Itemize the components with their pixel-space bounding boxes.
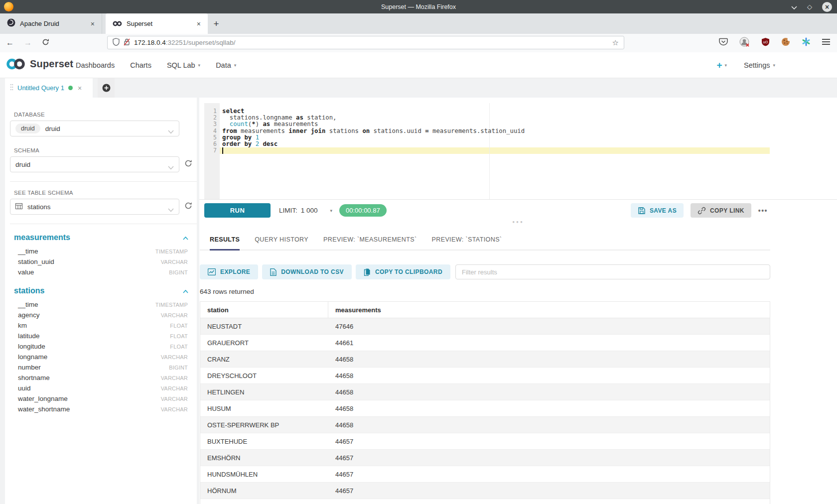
copy-clipboard-button[interactable]: COPY TO CLIPBOARD bbox=[356, 264, 450, 279]
query-tab-close-icon[interactable]: × bbox=[78, 84, 82, 92]
query-status-dot bbox=[68, 86, 73, 90]
settings-menu[interactable]: Settings▾ bbox=[744, 61, 775, 69]
nav-charts[interactable]: Charts bbox=[130, 61, 151, 69]
query-tab-untitled-query-1[interactable]: Untitled Query 1 × bbox=[5, 78, 93, 98]
column-name: uuid bbox=[18, 384, 161, 392]
schema-label: SCHEMA bbox=[14, 147, 197, 153]
forward-icon[interactable]: → bbox=[24, 38, 32, 47]
table-name: measurements bbox=[14, 233, 183, 242]
table-cell: HUNDSMÜHLEN bbox=[200, 466, 328, 482]
extension-icon[interactable] bbox=[802, 37, 811, 48]
cookie-icon[interactable] bbox=[781, 37, 790, 48]
refresh-schema-icon[interactable] bbox=[184, 159, 192, 169]
tab-close-icon[interactable]: × bbox=[196, 20, 202, 28]
browser-tab-apache-druid[interactable]: Apache Druid × bbox=[0, 13, 102, 34]
table-header-stations[interactable]: stations bbox=[14, 286, 188, 295]
download-csv-button[interactable]: DOWNLOAD TO CSV bbox=[262, 264, 352, 279]
table-row: HUNDSMÜHLEN44657 bbox=[200, 466, 770, 483]
back-icon[interactable]: ← bbox=[6, 38, 14, 47]
column-name: agency bbox=[18, 311, 161, 319]
column-type: VARCHAR bbox=[161, 259, 188, 265]
table-grid-icon bbox=[15, 202, 22, 211]
new-tab-button[interactable]: + bbox=[208, 13, 225, 34]
browser-tab-superset[interactable]: Superset × bbox=[106, 13, 208, 34]
nav-dashboards[interactable]: Dashboards bbox=[76, 61, 115, 69]
database-select[interactable]: druid druid bbox=[10, 121, 179, 136]
code-line[interactable]: order by 2 desc bbox=[222, 141, 837, 147]
table-row: HÖRNUM44657 bbox=[200, 483, 770, 499]
column-header-measurements[interactable]: measurements bbox=[328, 302, 770, 318]
reload-icon[interactable] bbox=[42, 38, 49, 48]
table-cell: 44658 bbox=[328, 384, 770, 400]
tab-results[interactable]: RESULTS bbox=[210, 236, 240, 251]
column-name: water_shortname bbox=[18, 405, 161, 413]
tab-query-history[interactable]: QUERY HISTORY bbox=[255, 236, 308, 251]
table-cell: HETLINGEN bbox=[200, 384, 328, 400]
schema-select[interactable]: druid bbox=[10, 156, 179, 172]
window-maximize-icon[interactable]: ◇ bbox=[807, 3, 812, 10]
svg-text:uO: uO bbox=[763, 40, 768, 44]
chevron-down-icon: ▾ bbox=[330, 208, 333, 213]
menu-hamburger-icon[interactable] bbox=[822, 38, 830, 47]
column-name: longname bbox=[18, 353, 161, 361]
table-row: HETLINGEN44658 bbox=[200, 384, 770, 400]
line-number: 5 bbox=[204, 134, 220, 141]
save-icon bbox=[638, 207, 646, 215]
column-name: number bbox=[18, 364, 169, 371]
tab-preview-stations[interactable]: PREVIEW: `STATIONS` bbox=[431, 236, 502, 251]
line-number: 6 bbox=[204, 141, 220, 147]
code-line[interactable] bbox=[222, 147, 837, 154]
save-as-button[interactable]: SAVE AS bbox=[631, 203, 684, 218]
code-line[interactable]: group by 1 bbox=[222, 134, 837, 141]
window-close-icon[interactable]: × bbox=[822, 2, 832, 12]
window-shade-icon[interactable] bbox=[791, 2, 797, 11]
limit-dropdown[interactable]: LIMIT: 1 000 ▾ bbox=[279, 200, 332, 221]
copy-link-button[interactable]: COPY LINK bbox=[691, 203, 751, 218]
explore-button[interactable]: EXPLORE bbox=[200, 264, 258, 279]
add-query-tab-button[interactable] bbox=[98, 78, 115, 98]
sql-editor[interactable]: 1234567 select stations.longname as stat… bbox=[199, 103, 837, 199]
more-options-icon[interactable]: ••• bbox=[758, 207, 768, 215]
ublock-icon[interactable]: uO bbox=[761, 37, 770, 48]
pocket-icon[interactable] bbox=[719, 38, 728, 48]
superset-logo[interactable]: Superset bbox=[6, 58, 73, 70]
table-row: NEUSTADT47646 bbox=[200, 318, 770, 335]
column-type: TIMESTAMP bbox=[155, 249, 188, 254]
line-number: 7 bbox=[204, 147, 220, 154]
chevron-up-icon[interactable] bbox=[183, 233, 188, 242]
brand-name: Superset bbox=[30, 58, 73, 70]
column-row: __timeTIMESTAMP bbox=[18, 246, 188, 256]
superset-infinity-icon bbox=[6, 58, 26, 70]
new-item-button[interactable]: +▾ bbox=[716, 60, 727, 70]
table-header-measurements[interactable]: measurements bbox=[14, 233, 188, 242]
results-tabbar: RESULTS QUERY HISTORY PREVIEW: `MEASUREM… bbox=[200, 226, 770, 251]
editor-code[interactable]: select stations.longname as station, cou… bbox=[220, 103, 837, 199]
refresh-tables-icon[interactable] bbox=[184, 202, 192, 212]
splitter-handle[interactable]: ●●● bbox=[199, 219, 837, 226]
shield-icon[interactable] bbox=[113, 38, 120, 48]
filter-results-input[interactable] bbox=[455, 264, 770, 279]
tab-close-icon[interactable]: × bbox=[90, 20, 96, 28]
insecure-lock-icon[interactable] bbox=[124, 38, 130, 48]
window-controls: ◇ × bbox=[791, 0, 832, 13]
code-line[interactable]: from measurements inner join stations on… bbox=[222, 128, 837, 134]
table-schema-label: SEE TABLE SCHEMA bbox=[14, 190, 197, 196]
bookmark-star-icon[interactable]: ☆ bbox=[612, 38, 619, 47]
nav-sql-lab[interactable]: SQL Lab▾ bbox=[167, 61, 200, 69]
nav-data[interactable]: Data▾ bbox=[216, 61, 236, 69]
results-actions: EXPLORE DOWNLOAD TO CSV COPY TO CLIPBOAR… bbox=[200, 264, 770, 279]
column-type: FLOAT bbox=[170, 333, 188, 339]
url-bar[interactable]: 172.18.0.4:32251/superset/sqllab/ ☆ bbox=[107, 36, 624, 49]
chevron-up-icon[interactable] bbox=[183, 286, 188, 295]
table-select[interactable]: stations bbox=[10, 199, 179, 215]
table-row: CRANZ44658 bbox=[200, 351, 770, 368]
table-cell: 44657 bbox=[328, 483, 770, 499]
results-table-body: NEUSTADT47646GRAUERORT44661CRANZ44658DRE… bbox=[200, 318, 770, 504]
run-button[interactable]: RUN bbox=[204, 203, 271, 218]
column-row: station_uuidVARCHAR bbox=[18, 256, 188, 267]
proxy-disabled-icon[interactable] bbox=[739, 37, 750, 49]
drag-handle-icon[interactable] bbox=[10, 84, 13, 93]
tab-preview-measurements[interactable]: PREVIEW: `MEASUREMENTS` bbox=[323, 236, 417, 251]
column-name: __time bbox=[18, 301, 155, 308]
column-header-station[interactable]: station bbox=[200, 302, 328, 318]
